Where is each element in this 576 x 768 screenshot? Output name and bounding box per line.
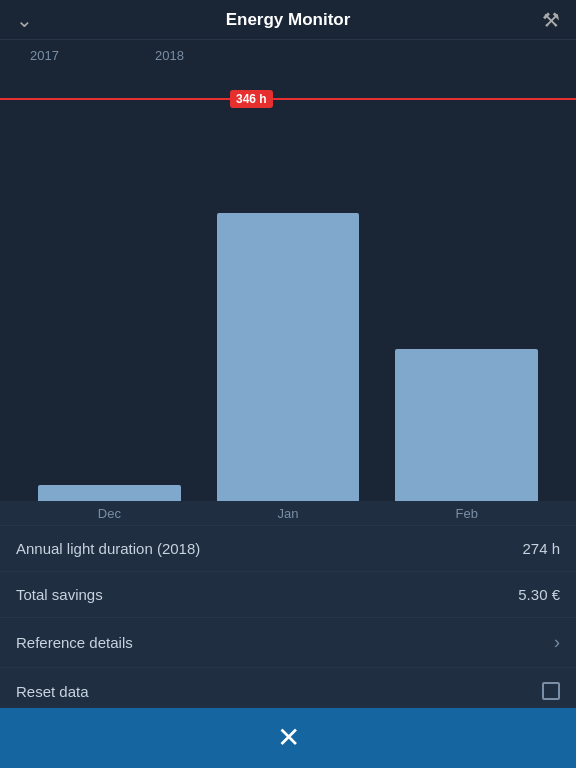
bar-group-jan (199, 101, 378, 501)
stats-area: Annual light duration (2018) 274 h Total… (0, 525, 576, 715)
bar-dec (38, 485, 181, 501)
bar-feb (395, 349, 538, 501)
year-label-2017: 2017 (30, 48, 59, 63)
bar-group-dec (20, 101, 199, 501)
bar-group-feb (377, 101, 556, 501)
stat-row-savings: Total savings 5.30 € (0, 572, 576, 618)
page-title: Energy Monitor (226, 10, 351, 30)
stat-row-annual: Annual light duration (2018) 274 h (0, 526, 576, 572)
back-button[interactable]: ⌄ (16, 8, 33, 32)
x-label-dec: Dec (20, 506, 199, 521)
chart-area: 2017 2018 346 h Dec Jan Feb (0, 40, 576, 525)
annual-duration-label: Annual light duration (2018) (16, 540, 200, 557)
settings-button[interactable]: ⚒ (542, 8, 560, 32)
x-label-feb: Feb (377, 506, 556, 521)
year-label-2018: 2018 (155, 48, 184, 63)
reset-data-label: Reset data (16, 683, 89, 700)
reset-checkbox[interactable] (542, 682, 560, 700)
x-axis: Dec Jan Feb (0, 501, 576, 525)
app-header: ⌄ Energy Monitor ⚒ (0, 0, 576, 40)
close-button[interactable]: ✕ (277, 724, 300, 752)
total-savings-value: 5.30 € (518, 586, 560, 603)
total-savings-label: Total savings (16, 586, 103, 603)
stat-row-reference[interactable]: Reference details › (0, 618, 576, 668)
reference-line (0, 98, 576, 100)
bar-chart (0, 101, 576, 501)
reference-details-label: Reference details (16, 634, 133, 651)
bottom-bar: ✕ (0, 708, 576, 768)
bar-jan (217, 213, 360, 501)
x-label-jan: Jan (199, 506, 378, 521)
annual-duration-value: 274 h (522, 540, 560, 557)
chevron-right-icon: › (554, 632, 560, 653)
